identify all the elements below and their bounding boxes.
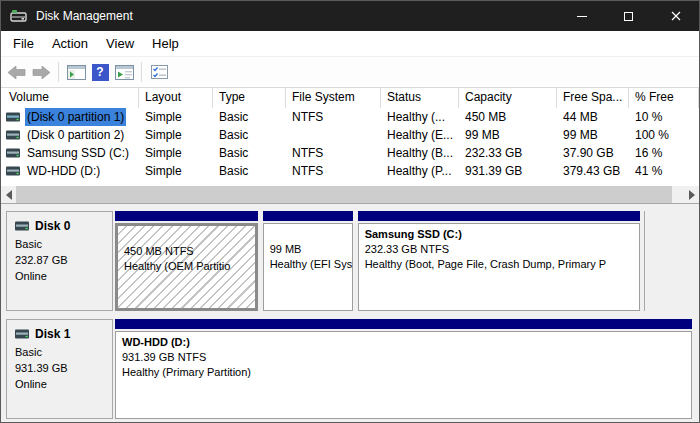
graphical-view: Disk 0 Basic 232.87 GB Online 450 MB NTF… — [1, 203, 699, 422]
disk-name: Disk 1 — [35, 326, 70, 342]
partition-status: Healthy (Boot, Page File, Crash Dump, Pr… — [365, 257, 633, 272]
partition-color-bar — [115, 319, 692, 329]
menu-action[interactable]: Action — [43, 32, 97, 55]
scroll-left-button[interactable] — [1, 186, 16, 203]
scroll-right-icon — [689, 190, 695, 200]
column-header-free-space[interactable]: Free Spa... — [557, 88, 629, 108]
cell-free-space: 37.90 GB — [557, 144, 629, 162]
disk-0-band: Disk 0 Basic 232.87 GB Online 450 MB NTF… — [6, 211, 699, 311]
column-header-volume[interactable]: Volume — [1, 88, 139, 108]
column-header-type[interactable]: Type — [213, 88, 286, 108]
disk-state: Online — [15, 268, 104, 284]
cell-pct-free: 10 % — [629, 108, 699, 126]
customize-button[interactable] — [147, 60, 171, 84]
cell-free-space: 379.43 GB — [557, 162, 629, 180]
cell-layout: Simple — [139, 144, 213, 162]
partition-status: Healthy (Primary Partition) — [122, 365, 685, 380]
volume-icon — [6, 166, 21, 176]
cell-file-system: NTFS — [286, 162, 381, 180]
app-icon — [10, 9, 28, 23]
cell-free-space: 44 MB — [557, 108, 629, 126]
disk-icon — [15, 221, 30, 231]
help-button[interactable]: ? — [88, 60, 112, 84]
toolbar: ? — [1, 57, 699, 88]
disk-1-band: Disk 1 Basic 931.39 GB Online WD-HDD (D:… — [6, 319, 699, 419]
disk-0-label[interactable]: Disk 0 Basic 232.87 GB Online — [6, 211, 113, 311]
volume-icon — [6, 148, 21, 158]
forward-button[interactable] — [29, 60, 53, 84]
partition-size: 232.33 GB NTFS — [365, 242, 633, 257]
volume-list: Volume Layout Type File System Status Ca… — [1, 88, 699, 186]
column-header-file-system[interactable]: File System — [286, 88, 381, 108]
horizontal-scrollbar[interactable] — [1, 186, 699, 203]
cell-file-system — [286, 126, 381, 144]
close-button[interactable] — [652, 1, 699, 31]
column-header-capacity[interactable]: Capacity — [459, 88, 557, 108]
cell-capacity: 931.39 GB — [459, 162, 557, 180]
titlebar: Disk Management — [1, 1, 699, 31]
table-row[interactable]: (Disk 0 partition 1) Simple Basic NTFS H… — [1, 108, 699, 126]
scroll-left-icon — [6, 190, 12, 200]
back-button[interactable] — [5, 60, 29, 84]
cell-layout: Simple — [139, 126, 213, 144]
cell-type: Basic — [213, 126, 286, 144]
minimize-icon — [577, 16, 587, 17]
partition-name — [270, 227, 346, 242]
disk-kind: Basic — [15, 344, 104, 360]
table-row[interactable]: Samsung SSD (C:) Simple Basic NTFS Healt… — [1, 144, 699, 162]
disk-icon — [15, 329, 30, 339]
menu-help[interactable]: Help — [143, 32, 188, 55]
partition-disk0-p1[interactable]: 450 MB NTFS Healthy (OEM Partitio — [115, 211, 258, 311]
partition-name: Samsung SSD (C:) — [365, 227, 633, 242]
disk-0-partitions: 450 MB NTFS Healthy (OEM Partitio 99 MB … — [113, 211, 645, 311]
close-icon — [671, 11, 681, 21]
disk-1-partitions: WD-HDD (D:) 931.39 GB NTFS Healthy (Prim… — [113, 319, 696, 419]
window-title: Disk Management — [36, 9, 133, 23]
disk-size: 232.87 GB — [15, 252, 104, 268]
cell-type: Basic — [213, 144, 286, 162]
menu-view[interactable]: View — [97, 32, 143, 55]
minimize-button[interactable] — [558, 1, 605, 31]
disk-state: Online — [15, 376, 104, 392]
column-header-status[interactable]: Status — [381, 88, 459, 108]
partition-size: 99 MB — [270, 242, 346, 257]
cell-pct-free: 16 % — [629, 144, 699, 162]
column-header-pct-free[interactable]: % Free — [629, 88, 699, 108]
disk-1-label[interactable]: Disk 1 Basic 931.39 GB Online — [6, 319, 113, 419]
column-header-layout[interactable]: Layout — [139, 88, 213, 108]
show-console-tree-button[interactable] — [64, 60, 88, 84]
partition-status: Healthy (EFI Sys — [270, 257, 346, 272]
scrollbar-thumb[interactable] — [16, 186, 672, 203]
maximize-icon — [624, 12, 633, 21]
show-action-pane-button[interactable] — [112, 60, 136, 84]
partition-color-bar — [358, 211, 640, 221]
forward-icon — [32, 66, 50, 79]
menubar: File Action View Help — [1, 31, 699, 57]
volume-list-header: Volume Layout Type File System Status Ca… — [1, 88, 699, 108]
cell-layout: Simple — [139, 108, 213, 126]
cell-status: Healthy (... — [381, 108, 459, 126]
window-controls — [558, 1, 699, 31]
cell-type: Basic — [213, 108, 286, 126]
cell-layout: Simple — [139, 162, 213, 180]
partition-disk1-p1[interactable]: WD-HDD (D:) 931.39 GB NTFS Healthy (Prim… — [115, 319, 692, 419]
cell-pct-free: 41 % — [629, 162, 699, 180]
table-row[interactable]: (Disk 0 partition 2) Simple Basic Health… — [1, 126, 699, 144]
console-tree-icon — [67, 65, 86, 80]
cell-file-system: NTFS — [286, 108, 381, 126]
menu-file[interactable]: File — [4, 32, 43, 55]
action-pane-icon — [115, 65, 134, 80]
partition-disk0-p3[interactable]: Samsung SSD (C:) 232.33 GB NTFS Healthy … — [358, 211, 640, 311]
partition-status: Healthy (OEM Partitio — [124, 259, 249, 274]
maximize-button[interactable] — [605, 1, 652, 31]
cell-status: Healthy (P... — [381, 162, 459, 180]
partition-name: WD-HDD (D:) — [122, 335, 685, 350]
cell-capacity: 99 MB — [459, 126, 557, 144]
partition-disk0-p2[interactable]: 99 MB Healthy (EFI Sys — [263, 211, 353, 311]
partition-size: 450 MB NTFS — [124, 244, 249, 259]
table-row[interactable]: WD-HDD (D:) Simple Basic NTFS Healthy (P… — [1, 162, 699, 180]
cell-pct-free: 100 % — [629, 126, 699, 144]
cell-status: Healthy (B... — [381, 144, 459, 162]
back-icon — [8, 66, 26, 79]
scroll-right-button[interactable] — [684, 186, 699, 203]
